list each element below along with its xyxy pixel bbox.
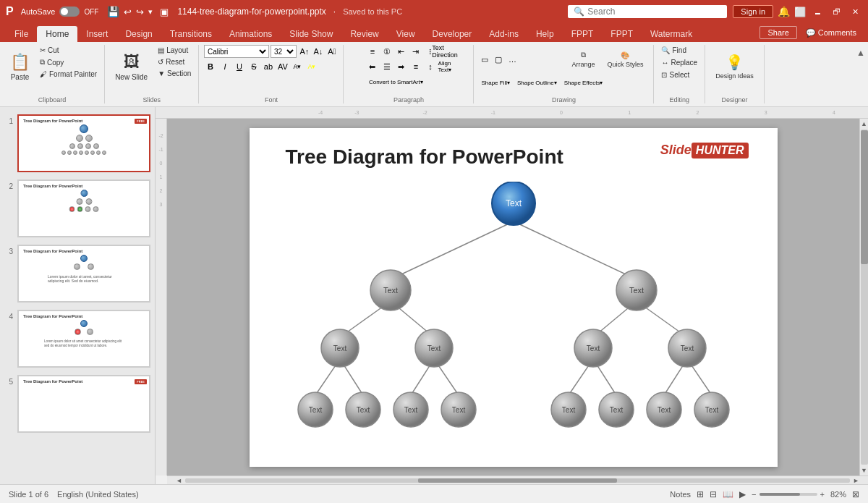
close-button[interactable]: ✕ (848, 4, 862, 19)
font-family-select[interactable]: Calibri (204, 45, 269, 58)
arrange-button[interactable]: ⧉ Arrange (566, 45, 600, 74)
tab-home[interactable]: Home (37, 26, 77, 42)
text-direction-button[interactable]: Text Direction (438, 45, 451, 58)
ribbon-display-icon[interactable]: ⬜ (794, 7, 806, 17)
char-spacing-button[interactable]: AV (276, 60, 289, 73)
customize-icon[interactable]: ▾ (148, 7, 153, 17)
presentation-button[interactable]: ▶ (739, 489, 746, 499)
slide-img-1[interactable]: Tree Diagram for PowerPoint FREE (17, 114, 150, 172)
tab-help[interactable]: Help (527, 26, 563, 42)
tab-transitions[interactable]: Transitions (161, 26, 221, 42)
ribbon-collapse[interactable]: ▲ (854, 45, 868, 103)
fit-to-window-button[interactable]: ⊠ (852, 489, 859, 499)
clear-format-button[interactable]: A⃞ (326, 45, 339, 58)
align-right-button[interactable]: ➡ (395, 60, 408, 73)
minimize-button[interactable]: 🗕 (810, 4, 825, 19)
tab-addins[interactable]: Add-ins (480, 26, 527, 42)
line-spacing-button[interactable]: ↕ (424, 60, 437, 73)
tab-animations[interactable]: Animations (221, 26, 281, 42)
scroll-up-arrow[interactable]: ▲ (861, 120, 867, 127)
convert-smartart-button[interactable]: Convert to SmartArt▾ (366, 75, 426, 88)
h-scroll-track[interactable] (185, 478, 850, 483)
increase-font-button[interactable]: A↑ (298, 45, 311, 58)
zoom-out-button[interactable]: − (752, 490, 756, 499)
justify-button[interactable]: ≡ (409, 60, 422, 73)
shape-outline-button[interactable]: Shape Outline▾ (514, 76, 560, 89)
search-input[interactable] (587, 7, 718, 17)
canvas-area[interactable]: Tree Diagram for PowerPoint Slide HUNTER (167, 119, 859, 475)
zoom-percent[interactable]: 82% (830, 490, 846, 499)
h-scroll-left-arrow[interactable]: ◄ (176, 477, 182, 484)
replace-button[interactable]: ↔ Replace (658, 57, 700, 68)
bullets-button[interactable]: ≡ (366, 45, 379, 58)
tab-review[interactable]: Review (341, 26, 387, 42)
redo-icon[interactable]: ↪ (136, 7, 144, 17)
shape-effects-button[interactable]: Shape Effects▾ (561, 76, 606, 89)
slide-img-5[interactable]: Tree Diagram for PowerPoint FREE (17, 375, 150, 433)
zoom-in-button[interactable]: + (820, 490, 825, 499)
search-bar[interactable]: 🔍 (568, 5, 727, 18)
scroll-thumb[interactable] (861, 130, 868, 465)
slide-sorter-button[interactable]: ⊟ (710, 489, 717, 499)
h-scrollbar[interactable]: ◄ ► (167, 475, 868, 484)
reading-view-button[interactable]: 📖 (723, 489, 733, 499)
cut-button[interactable]: ✂ Cut (37, 45, 100, 56)
tab-fppt1[interactable]: FPPT (563, 26, 603, 42)
share-button[interactable]: Share (760, 26, 796, 39)
shape-rounded[interactable]: ▢ (492, 53, 505, 66)
tab-fppt2[interactable]: FPPT (602, 26, 642, 42)
notes-button[interactable]: Notes (670, 490, 691, 499)
tab-design[interactable]: Design (116, 26, 161, 42)
format-painter-button[interactable]: 🖌 Format Painter (37, 69, 100, 80)
slide-thumb-4[interactable]: 4 Tree Diagram for PowerPoint Lorem ipsu… (3, 308, 152, 369)
underline-button[interactable]: U (233, 60, 246, 73)
strikethrough-button[interactable]: S (247, 60, 260, 73)
tab-file[interactable]: File (6, 26, 37, 42)
layout-button[interactable]: ▤ Layout (155, 45, 194, 56)
comments-button[interactable]: 💬 Comments (800, 26, 862, 39)
shape-more[interactable]: … (506, 53, 519, 66)
scroll-down-arrow[interactable]: ▼ (861, 467, 867, 474)
increase-indent-button[interactable]: ⇥ (409, 45, 422, 58)
slide-thumb-5[interactable]: 5 Tree Diagram for PowerPoint FREE (3, 373, 152, 434)
select-button[interactable]: ⊡ Select (658, 69, 692, 80)
notification-icon[interactable]: 🔔 (778, 6, 790, 17)
highlight-btn[interactable]: A▾ (305, 60, 318, 73)
zoom-slider[interactable] (760, 493, 817, 496)
copy-button[interactable]: ⧉ Copy (37, 56, 100, 68)
tab-slideshow[interactable]: Slide Show (281, 26, 341, 42)
autosave-toggle[interactable] (59, 7, 80, 17)
font-color-btn[interactable]: A▾ (291, 60, 304, 73)
tab-watermark[interactable]: Watermark (642, 26, 701, 42)
font-size-select[interactable]: 32 (271, 45, 297, 58)
align-left-button[interactable]: ⬅ (366, 60, 379, 73)
new-slide-button[interactable]: 🖼 New Slide (109, 45, 153, 88)
bold-button[interactable]: B (204, 60, 217, 73)
save-icon[interactable]: 💾 (107, 6, 119, 17)
quick-styles-button[interactable]: 🎨 Quick Styles (601, 45, 649, 74)
align-center-button[interactable]: ☰ (380, 60, 393, 73)
slide-img-2[interactable]: Tree Diagram for PowerPoint (17, 179, 150, 237)
align-text-button[interactable]: Align Text▾ (438, 60, 451, 73)
v-scrollbar[interactable]: ▲ ▼ (859, 119, 868, 475)
design-ideas-button[interactable]: 💡 Design Ideas (710, 45, 760, 88)
decrease-font-button[interactable]: A↓ (312, 45, 325, 58)
slide-thumb-2[interactable]: 2 Tree Diagram for PowerPoint (3, 178, 152, 239)
restore-button[interactable]: 🗗 (829, 4, 843, 19)
h-scroll-right-arrow[interactable]: ► (853, 477, 859, 484)
shape-fill-button[interactable]: Shape Fill▾ (478, 76, 513, 89)
numbered-button[interactable]: ① (380, 45, 393, 58)
tab-view[interactable]: View (388, 26, 424, 42)
paste-button[interactable]: 📋 Paste (4, 45, 35, 88)
tab-insert[interactable]: Insert (77, 26, 116, 42)
shape-rect[interactable]: ▭ (478, 53, 491, 66)
undo-icon[interactable]: ↩ (124, 7, 132, 17)
slide-img-3[interactable]: Tree Diagram for PowerPoint Lorem ipsum … (17, 245, 150, 303)
save-status[interactable]: Saved to this PC (343, 7, 402, 16)
tab-developer[interactable]: Developer (424, 26, 481, 42)
shadow-button[interactable]: ab (262, 60, 275, 73)
slide-thumb-3[interactable]: 3 Tree Diagram for PowerPoint Lorem ipsu… (3, 243, 152, 304)
reset-button[interactable]: ↺ Reset (155, 56, 194, 67)
slide-thumb-1[interactable]: 1 Tree Diagram for PowerPoint FREE (3, 113, 152, 174)
slide-img-4[interactable]: Tree Diagram for PowerPoint Lorem ipsum … (17, 310, 150, 368)
